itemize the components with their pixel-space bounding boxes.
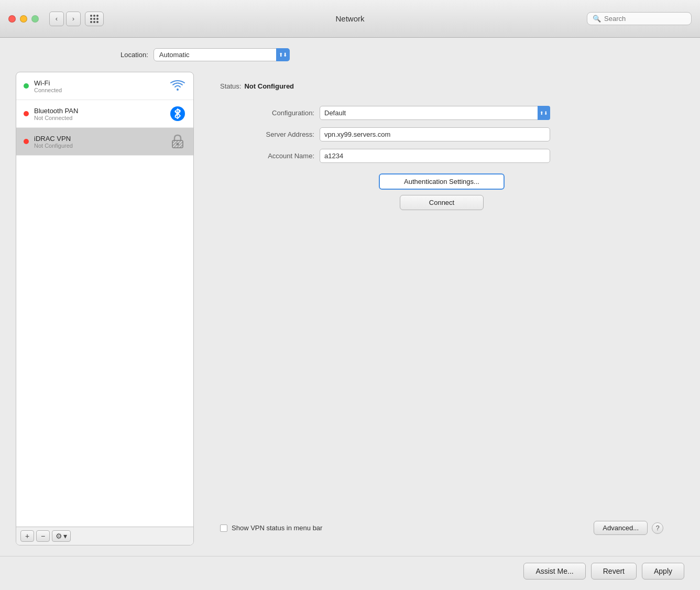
network-info-wifi: Wi-Fi Connected [34, 79, 169, 93]
bottom-bar: Show VPN status in menu bar Advanced... … [220, 513, 663, 535]
configuration-select-wrap: Default ⬆⬇ [320, 106, 550, 120]
gear-icon: ⚙ [56, 532, 62, 540]
svg-point-4 [177, 143, 179, 146]
account-name-label: Account Name: [220, 152, 314, 160]
show-vpn-checkbox[interactable] [220, 525, 227, 532]
minimize-button[interactable] [20, 15, 27, 23]
title-bar: ‹ › Network 🔍 [0, 0, 700, 38]
bluetooth-icon [169, 105, 186, 122]
content-area: Wi-Fi Connected [16, 72, 684, 545]
traffic-lights [8, 15, 39, 23]
network-info-bluetooth: Bluetooth PAN Not Connected [34, 107, 169, 121]
add-network-button[interactable]: + [20, 530, 34, 542]
connect-button[interactable]: Connect [400, 195, 484, 210]
network-status-idrac: Not Configured [34, 143, 169, 149]
revert-button[interactable]: Revert [591, 563, 637, 580]
left-panel: Wi-Fi Connected [16, 72, 194, 545]
left-toolbar: + − ⚙ ▾ [16, 527, 193, 545]
action-buttons: Authentication Settings... Connect [220, 173, 663, 210]
gear-chevron-icon: ▾ [63, 532, 67, 540]
assist-me-button[interactable]: Assist Me... [523, 563, 585, 580]
server-address-input[interactable] [320, 127, 550, 141]
network-list: Wi-Fi Connected [16, 72, 193, 527]
network-item-bluetooth[interactable]: Bluetooth PAN Not Connected [16, 100, 193, 128]
show-vpn-row: Show VPN status in menu bar [220, 524, 322, 532]
account-name-row: Account Name: [220, 149, 663, 163]
account-name-input[interactable] [320, 149, 550, 163]
network-info-idrac: iDRAC VPN Not Configured [34, 135, 169, 149]
location-label: Location: [121, 51, 148, 59]
search-icon: 🔍 [593, 15, 601, 23]
status-row: Status: Not Configured [220, 82, 663, 90]
apply-button[interactable]: Apply [642, 563, 684, 580]
network-item-idrac[interactable]: iDRAC VPN Not Configured [16, 128, 193, 156]
status-dot-bluetooth [24, 111, 29, 116]
search-input[interactable] [604, 15, 686, 23]
grid-view-button[interactable] [85, 12, 104, 26]
status-dot-idrac [24, 139, 29, 144]
close-button[interactable] [8, 15, 16, 23]
network-status-wifi: Connected [34, 87, 169, 93]
remove-network-button[interactable]: − [36, 530, 50, 542]
auth-settings-button[interactable]: Authentication Settings... [379, 173, 505, 190]
server-address-row: Server Address: [220, 127, 663, 141]
configuration-row: Configuration: Default ⬆⬇ [220, 106, 663, 120]
wifi-icon [169, 78, 186, 94]
bottom-right: Advanced... ? [594, 521, 663, 535]
search-bar[interactable]: 🔍 [587, 12, 692, 25]
configuration-label: Configuration: [220, 109, 314, 117]
nav-buttons: ‹ › [49, 12, 81, 26]
bluetooth-icon-bg [170, 106, 185, 121]
form-area: Configuration: Default ⬆⬇ Server Address… [220, 106, 663, 513]
svg-point-0 [177, 89, 179, 91]
network-item-wifi[interactable]: Wi-Fi Connected [16, 72, 193, 100]
server-address-label: Server Address: [220, 130, 314, 138]
location-select-wrap: Automatic ⬆⬇ [154, 48, 290, 61]
right-panel: Status: Not Configured Configuration: De… [199, 72, 684, 545]
network-status-bluetooth: Not Connected [34, 115, 169, 121]
footer: Assist Me... Revert Apply [0, 556, 700, 590]
status-value: Not Configured [244, 82, 294, 90]
gear-menu-button[interactable]: ⚙ ▾ [52, 530, 71, 542]
maximize-button[interactable] [31, 15, 39, 23]
configuration-select[interactable]: Default [320, 106, 550, 120]
forward-button[interactable]: › [66, 12, 81, 26]
window-title: Network [335, 14, 364, 23]
status-label: Status: [220, 82, 241, 90]
status-dot-wifi [24, 83, 29, 89]
show-vpn-label: Show VPN status in menu bar [232, 524, 322, 532]
main-content: Location: Automatic ⬆⬇ Wi-Fi Connected [0, 38, 700, 556]
vpn-lock-icon [169, 133, 186, 150]
back-button[interactable]: ‹ [49, 12, 64, 26]
grid-icon [90, 15, 99, 23]
advanced-button[interactable]: Advanced... [594, 521, 648, 535]
location-row: Location: Automatic ⬆⬇ [16, 48, 684, 61]
location-select[interactable]: Automatic [154, 48, 290, 61]
help-button[interactable]: ? [652, 522, 663, 534]
network-name-wifi: Wi-Fi [34, 79, 169, 87]
network-name-idrac: iDRAC VPN [34, 135, 169, 143]
network-name-bluetooth: Bluetooth PAN [34, 107, 169, 115]
